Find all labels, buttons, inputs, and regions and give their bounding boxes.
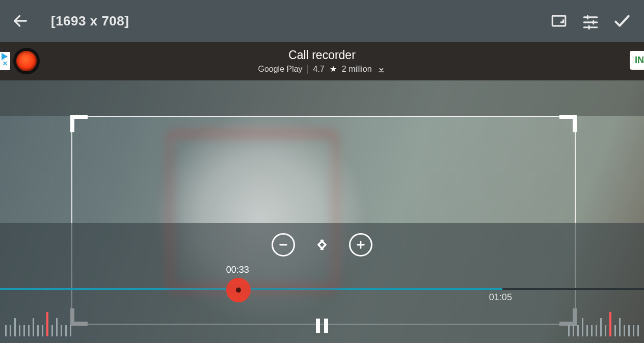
aspect-ratio-button[interactable]	[547, 9, 571, 33]
crop-mask-top	[0, 80, 644, 116]
timeline-track[interactable]	[0, 288, 644, 290]
ad-content: Call recorder Google Play 4.7 ★ 2 millio…	[258, 48, 386, 74]
timeline-remaining	[238, 288, 502, 290]
zoom-in-button[interactable]	[349, 233, 372, 256]
sliders-icon	[582, 12, 599, 30]
code-icon	[313, 236, 331, 253]
pause-icon	[324, 319, 328, 333]
timeline-scrubber[interactable]	[226, 278, 251, 302]
ruler-right[interactable]	[568, 312, 639, 336]
time-current: 00:33	[226, 265, 249, 275]
ruler-marker[interactable]	[46, 312, 48, 336]
ad-close-icon[interactable]: ✕	[0, 60, 10, 67]
top-toolbar: [1693 x 708]	[0, 0, 644, 42]
zoom-controls	[0, 233, 644, 256]
crop-dimensions-label: [1693 x 708]	[51, 13, 129, 29]
ad-downloads: 2 million	[342, 65, 372, 74]
reset-zoom-button[interactable]	[310, 233, 334, 256]
pause-icon	[316, 319, 320, 333]
pause-button[interactable]	[312, 316, 332, 336]
install-label: IN	[635, 55, 644, 65]
ad-banner[interactable]: ✕ Call recorder Google Play 4.7 ★ 2 mill…	[0, 42, 644, 80]
confirm-button[interactable]	[610, 9, 634, 33]
star-icon: ★	[330, 64, 337, 74]
ad-app-icon	[13, 48, 40, 74]
install-button[interactable]: IN	[630, 51, 644, 70]
ad-title: Call recorder	[258, 48, 386, 62]
ad-rating: 4.7	[313, 65, 325, 74]
adchoices-badge[interactable]: ✕	[0, 52, 10, 70]
download-icon	[377, 64, 386, 74]
adchoices-icon	[2, 53, 8, 60]
time-end: 01:05	[489, 292, 512, 303]
plus-icon	[355, 239, 366, 250]
timeline-progress	[0, 288, 238, 290]
crop-handle-tr[interactable]	[559, 115, 577, 132]
zoom-out-button[interactable]	[272, 233, 295, 256]
back-button[interactable]	[10, 11, 31, 31]
scrubber-dot-icon	[236, 288, 241, 293]
ruler-left[interactable]	[5, 312, 71, 336]
video-stage: 00:33 01:05	[0, 80, 644, 343]
google-play-label: Google Play	[258, 65, 302, 74]
ruler-marker[interactable]	[609, 312, 611, 336]
crop-handle-tl[interactable]	[70, 115, 88, 132]
arrow-left-icon	[12, 12, 29, 30]
check-icon	[612, 11, 632, 31]
settings-sliders-button[interactable]	[579, 9, 602, 33]
divider	[308, 65, 308, 74]
minus-icon	[278, 239, 289, 250]
aspect-ratio-icon	[550, 12, 568, 30]
